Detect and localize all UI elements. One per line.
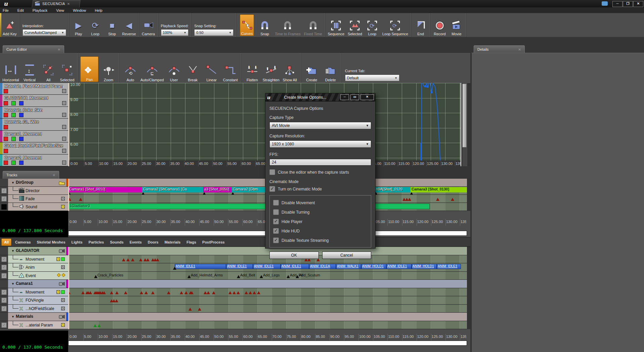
keyframe-icon[interactable] <box>124 291 127 294</box>
ok-button[interactable]: OK <box>269 252 319 259</box>
keyframe-icon[interactable] <box>253 291 256 294</box>
stop-button[interactable]: ■Stop <box>105 15 119 36</box>
director-shot-segment[interactable]: n9A[Shot]_0120 <box>375 187 411 192</box>
loop-sequence-button[interactable]: ⟳Loop Sequence <box>382 15 408 36</box>
turn-on-cinematic-option[interactable]: ✓ Turn on Cinematic Mode <box>269 186 371 192</box>
close-editor-option[interactable]: Close the editor when the capture starts <box>269 169 371 175</box>
yellow-mini-icon[interactable] <box>61 323 65 327</box>
dialog-minimize-button[interactable]: ─ <box>340 94 349 100</box>
curve-visibility-box[interactable] <box>62 125 66 129</box>
snap-setting-select[interactable]: 0.50▼ <box>194 29 233 36</box>
menu-item-playback[interactable]: Playback <box>33 8 48 12</box>
close-button[interactable]: ✕ <box>633 1 643 7</box>
keyframe-icon[interactable] <box>180 291 183 294</box>
cancel-button[interactable]: Cancel <box>322 252 372 259</box>
keyframe-icon[interactable] <box>151 291 155 294</box>
filter-tab-sounds[interactable]: Sounds <box>108 239 126 246</box>
anim-segment[interactable]: ANIM_IDLE1 <box>175 264 226 269</box>
keyframe-icon[interactable] <box>212 291 215 294</box>
keyframe-icon[interactable] <box>93 324 97 327</box>
keyframe-icon[interactable] <box>184 291 188 294</box>
keyframe-icon[interactable] <box>144 291 148 294</box>
keyframe-icon[interactable] <box>408 198 411 201</box>
curve-visibility-box[interactable] <box>62 161 66 165</box>
hide-hud-checkbox[interactable]: ✓ <box>273 228 279 234</box>
cinematic-option-disable-texture-streaming[interactable]: ✓Disable Texture Streaming <box>273 237 368 243</box>
curve-tool-create[interactable]: Create <box>303 57 320 82</box>
track-enable-checkbox[interactable]: ✓ <box>1 322 7 328</box>
anim-segment[interactable]: ANIM_IDLEA <box>309 264 336 269</box>
cinematic-option-hide-player[interactable]: ✓Hide Player <box>273 219 368 224</box>
curve-visibility-box[interactable] <box>62 113 66 117</box>
filter-tab-materials[interactable]: Materials <box>162 239 183 246</box>
curve-channel-swatch[interactable] <box>4 125 8 129</box>
playback-speed-select[interactable]: 100%▼ <box>161 29 188 36</box>
director-shot-segment[interactable]: a3 [Shot_0050] <box>203 187 232 192</box>
curve-tool-user[interactable]: User <box>165 57 183 82</box>
tab-tracks-close-icon[interactable]: ✕ <box>53 173 55 177</box>
keyframe-icon[interactable] <box>81 291 85 294</box>
anim-segment[interactable]: ANIM_WALK1 <box>336 264 361 269</box>
keyframe-icon[interactable] <box>245 291 248 294</box>
curve-tool-auto-clamped[interactable]: ⊑Auto/Clamped <box>140 57 164 82</box>
track-row-event[interactable]: !Event <box>8 272 68 280</box>
curve-channel-swatch[interactable] <box>4 149 8 153</box>
track-row-sound[interactable]: Sound <box>8 203 68 211</box>
curve-tool-vertical[interactable]: ↕Vertical <box>21 57 38 82</box>
anim-segment[interactable]: ANIM_HOLD1 <box>412 264 437 269</box>
cinematic-option-hide-hud[interactable]: ✓Hide HUD <box>273 228 368 234</box>
track-content-row[interactable] <box>68 305 467 313</box>
collapse-arrow-icon[interactable]: ▼ <box>11 315 14 318</box>
director-shot-segment[interactable]: Camara3 [Shot_0130] <box>411 187 467 192</box>
keyframe-icon[interactable] <box>79 198 82 201</box>
window-tab-close-icon[interactable]: ✕ <box>67 2 70 6</box>
minimize-button[interactable]: ─ <box>612 1 622 7</box>
sequence-button[interactable]: Sequence <box>328 15 345 36</box>
keyframe-icon[interactable] <box>207 291 210 294</box>
track-row-fovangle[interactable]: XFOVAngle <box>8 296 68 305</box>
curve-channel-swatch[interactable] <box>4 89 8 93</box>
curve-tool-flatten[interactable]: ⬇⬇Flatten <box>244 57 261 82</box>
keyframe-icon[interactable] <box>139 258 142 261</box>
curve-tool-break[interactable]: Break <box>184 57 202 82</box>
tab-tracks[interactable]: Tracks ✕ <box>3 171 59 179</box>
gray-mini-icon[interactable] <box>61 298 65 302</box>
filter-tab-skeletal-meshes[interactable]: Skeletal Meshes <box>35 239 68 246</box>
curve-track-row[interactable]: GLADIATOR_Movement <box>0 95 68 106</box>
keyframe-icon[interactable] <box>89 291 92 294</box>
keyframe-icon[interactable] <box>167 291 170 294</box>
curve-channel-swatch[interactable] <box>11 113 16 117</box>
keyframe-icon[interactable] <box>198 308 201 311</box>
menu-item-window[interactable]: Window <box>73 8 86 12</box>
keyframe-icon[interactable] <box>131 258 134 261</box>
track-row--aterial-param[interactable]: X...aterial Param <box>8 321 68 329</box>
curve-visibility-box[interactable] <box>62 149 66 153</box>
curve-track-row[interactable]: Materials_Float UMaterial Param <box>0 83 68 95</box>
disable-turning-checkbox[interactable] <box>273 209 279 215</box>
fps-input[interactable]: 24 <box>269 159 371 166</box>
yellow-mini-icon[interactable] <box>56 290 60 294</box>
curve-track-row[interactable]: Materials_GL_Wire <box>0 119 68 130</box>
gray-mini-icon[interactable] <box>61 265 65 269</box>
track-content-row[interactable]: Crack_ParticlesAdd_Helmdd_ArmsAdd_BeltAd… <box>68 272 467 280</box>
keyframe-icon[interactable] <box>122 258 125 261</box>
event-key-icon[interactable] <box>260 275 263 278</box>
curve-track-row[interactable]: Camara1_Movement <box>0 131 68 142</box>
curves-button[interactable]: Curves <box>240 14 254 36</box>
bottom-time-ruler[interactable]: 0.005.0010.0015.0020.0025.0030.0035.0040… <box>68 334 466 341</box>
cinematic-option-disable-turning[interactable]: Disable Turning <box>273 209 368 215</box>
track-enable-checkbox[interactable]: ✓ <box>1 298 7 303</box>
tab-curve-editor[interactable]: Curve Editor ✕ <box>3 45 64 53</box>
track-content-row[interactable] <box>68 296 467 305</box>
filter-tab-lights[interactable]: Lights <box>69 239 85 246</box>
curve-tool-auto[interactable]: ⟲Auto <box>122 57 139 82</box>
filter-tab-flags[interactable]: Flags <box>184 239 199 246</box>
restore-button[interactable]: ❐ <box>623 1 633 7</box>
bottom-range-bar[interactable] <box>68 341 467 346</box>
event-key-icon[interactable] <box>296 275 299 278</box>
anim-segment[interactable]: ANIM_IDLE1 <box>226 264 253 269</box>
hide-player-checkbox[interactable]: ✓ <box>273 219 279 224</box>
anim-segment[interactable]: ANIM_IDLE1 <box>281 264 309 269</box>
curve-track-row[interactable]: Materials_Color_Skin <box>0 107 68 119</box>
snap-button[interactable]: Snap <box>258 15 271 36</box>
